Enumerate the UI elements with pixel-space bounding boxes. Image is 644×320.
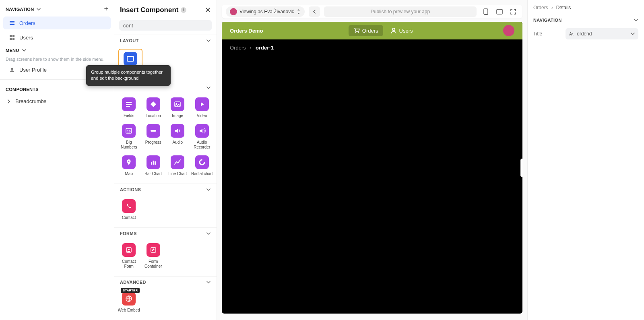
tile-form-container[interactable]: Form Container — [141, 242, 166, 270]
group-layout-header[interactable]: LAYOUT — [114, 35, 217, 46]
insert-title: Insert Component i — [120, 6, 186, 14]
tile-progress[interactable]: Progress — [141, 122, 166, 151]
close-button[interactable]: ✕ — [205, 6, 211, 14]
svg-rect-6 — [12, 38, 14, 40]
tile-map[interactable]: Map — [117, 154, 141, 178]
container-icon — [124, 52, 137, 66]
fullscreen-button[interactable] — [508, 6, 518, 17]
app-nav-users[interactable]: Users — [386, 25, 418, 36]
tile-location[interactable]: Location — [141, 96, 166, 120]
tile-contact[interactable]: Contact — [117, 198, 141, 222]
components-label: COMPONENTS — [6, 87, 39, 92]
group-advanced-header[interactable]: ADVANCED — [114, 276, 217, 288]
url-bar[interactable]: Publish to preview your app — [324, 6, 477, 17]
tile-video[interactable]: Video — [190, 96, 215, 120]
chevron-down-icon — [36, 7, 41, 12]
map-icon — [122, 155, 136, 169]
add-screen-button[interactable]: + — [104, 5, 108, 13]
nav-item-label: Users — [19, 35, 33, 41]
nav-item-orders[interactable]: Orders — [3, 17, 111, 29]
breadcrumb-parent[interactable]: Orders — [533, 5, 548, 10]
contact-form-icon — [122, 243, 136, 257]
component-breadcrumbs[interactable]: Breadcrumbs — [0, 94, 114, 108]
component-label: Breadcrumbs — [15, 98, 46, 104]
svg-rect-11 — [126, 106, 130, 107]
svg-point-21 — [200, 160, 204, 165]
svg-rect-4 — [12, 35, 14, 37]
chevron-right-icon — [6, 99, 11, 104]
chevron-down-icon — [22, 48, 27, 53]
tile-big-numbers[interactable]: 10Big Numbers — [117, 122, 141, 151]
navigation-label[interactable]: NAVIGATION — [6, 7, 41, 12]
svg-rect-1 — [10, 23, 14, 23]
insert-component-panel: Insert Component i ✕ Group multiple comp… — [114, 0, 217, 320]
nav-item-label: Orders — [19, 20, 35, 26]
chevron-down-icon — [630, 31, 635, 36]
tablet-preview-button[interactable] — [494, 6, 505, 17]
app-preview: Orders Demo Orders Users Orders › order-… — [222, 22, 522, 314]
viewing-as-text: Viewing as Eva Živanović — [239, 9, 294, 14]
svg-rect-19 — [153, 161, 154, 165]
svg-rect-20 — [155, 161, 156, 165]
mobile-preview-button[interactable] — [481, 6, 491, 17]
component-search-input[interactable] — [119, 20, 212, 31]
progress-icon — [147, 124, 160, 138]
tile-line-chart[interactable]: Line Chart — [165, 154, 190, 178]
location-icon — [147, 97, 160, 111]
menu-item-label: User Profile — [19, 67, 47, 73]
svg-rect-18 — [151, 162, 152, 165]
app-nav-orders[interactable]: Orders — [349, 25, 383, 36]
breadcrumb-parent[interactable]: Orders — [230, 45, 246, 51]
chevron-down-icon — [206, 85, 211, 90]
tile-bar-chart[interactable]: Bar Chart — [141, 154, 166, 178]
line-chart-icon — [171, 155, 184, 169]
chevron-down-icon — [206, 38, 211, 43]
info-icon[interactable]: i — [181, 7, 186, 13]
bar-chart-icon — [147, 155, 160, 169]
svg-rect-27 — [497, 9, 502, 14]
list-icon — [9, 20, 15, 26]
big-numbers-icon: 10 — [122, 124, 136, 138]
svg-point-23 — [128, 249, 130, 250]
tile-fields[interactable]: Fields — [117, 96, 141, 120]
user-avatar[interactable] — [503, 25, 514, 36]
back-button[interactable] — [309, 6, 320, 17]
app-breadcrumbs: Orders › order-1 — [222, 39, 522, 56]
user-icon — [9, 66, 15, 73]
menu-label[interactable]: MENU — [6, 48, 27, 53]
form-container-icon — [147, 243, 160, 257]
viewing-as-pill[interactable]: Viewing as Eva Živanović — [226, 6, 305, 17]
breadcrumb-current: order-1 — [256, 45, 274, 51]
title-row: Title AA orderid — [533, 28, 638, 39]
tile-web-embed[interactable]: STARTER Web Embed — [117, 290, 141, 314]
title-input[interactable]: AA orderid — [566, 28, 638, 39]
text-icon: AA — [569, 31, 574, 37]
inspector-section-navigation[interactable]: NAVIGATION — [533, 18, 638, 23]
group-forms-header[interactable]: FORMS — [114, 227, 217, 239]
chevron-right-icon: › — [551, 5, 553, 10]
group-actions-header[interactable]: ACTIONS — [114, 184, 217, 195]
svg-text:A: A — [572, 33, 574, 36]
tile-audio-recorder[interactable]: Audio Recorder — [190, 122, 215, 151]
svg-rect-10 — [126, 104, 132, 105]
user-icon — [390, 27, 397, 34]
svg-rect-16 — [151, 130, 156, 132]
audio-recorder-icon — [195, 124, 209, 138]
tile-image[interactable]: Image — [165, 96, 190, 120]
menu-header: MENU — [0, 45, 114, 55]
cart-icon — [353, 27, 360, 34]
svg-rect-8 — [127, 56, 134, 61]
web-embed-icon — [122, 292, 136, 306]
audio-icon — [171, 124, 184, 138]
tile-audio[interactable]: Audio — [165, 122, 190, 151]
resize-handle[interactable] — [520, 159, 522, 177]
title-label: Title — [533, 31, 561, 37]
svg-rect-12 — [175, 102, 180, 107]
left-sidebar: NAVIGATION + Orders Users MENU Drag scre… — [0, 0, 114, 320]
preview-canvas: Viewing as Eva Živanović Publish to prev… — [217, 0, 527, 320]
fields-icon — [122, 97, 136, 111]
nav-item-users[interactable]: Users — [3, 31, 111, 44]
svg-rect-3 — [10, 35, 12, 37]
tile-contact-form[interactable]: Contact Form — [117, 242, 141, 270]
tile-radial-chart[interactable]: Radial chart — [190, 154, 215, 178]
